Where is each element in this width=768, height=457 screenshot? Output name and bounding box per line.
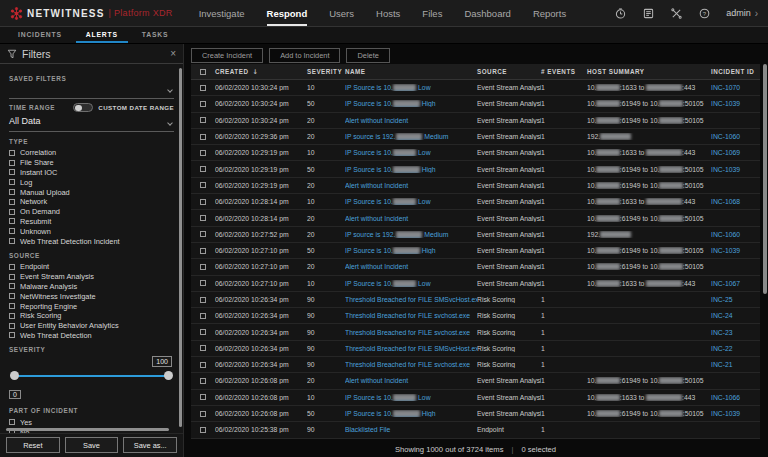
source-option-malware-analysis[interactable]: Malware Analysis — [9, 282, 174, 292]
select-all-checkbox[interactable] — [200, 69, 206, 75]
type-option-network[interactable]: Network — [9, 197, 174, 207]
type-option-file-share[interactable]: File Share — [9, 158, 174, 168]
nav-item-users[interactable]: Users — [329, 0, 354, 26]
checkbox[interactable] — [9, 323, 15, 329]
type-option-on-demand[interactable]: On Demand — [9, 207, 174, 217]
row-checkbox[interactable] — [200, 215, 206, 221]
checkbox[interactable] — [9, 238, 15, 244]
column-severity[interactable]: SEVERITY — [307, 68, 345, 75]
nav-item-files[interactable]: Files — [422, 0, 442, 26]
severity-slider-handle-min[interactable] — [10, 371, 19, 380]
incident-id-link[interactable]: INC-23 — [711, 329, 733, 336]
row-checkbox[interactable] — [200, 117, 206, 123]
table-row[interactable]: 06/02/2020 10:28:14 pm20Alert without In… — [191, 210, 760, 226]
incident-id-link[interactable]: INC-1039 — [711, 247, 740, 254]
alert-name-link[interactable]: Threshold Breached for FILE SMSvcHost.ex… — [345, 345, 477, 352]
alert-name-link[interactable]: IP Source is 10.00.00.00 High — [345, 166, 436, 173]
alert-name-link[interactable]: Alert without Incident — [345, 263, 408, 270]
nav-item-respond[interactable]: Respond — [267, 0, 308, 26]
checkbox[interactable] — [9, 264, 15, 270]
alert-name-link[interactable]: IP Source is 10.00.00.0 Low — [345, 84, 431, 91]
alert-name-link[interactable]: IP Source is 10.00.00.00 High — [345, 100, 436, 107]
row-checkbox[interactable] — [200, 231, 206, 237]
alert-name-link[interactable]: Alert without Incident — [345, 182, 408, 189]
column-name[interactable]: NAME — [345, 68, 477, 75]
alert-name-link[interactable]: Threshold Breached for FILE svchost.exe — [345, 312, 470, 319]
incident-id-link[interactable]: INC-1067 — [711, 280, 740, 287]
alert-name-link[interactable]: Alert without Incident — [345, 215, 408, 222]
incident-id-link[interactable]: INC-24 — [711, 312, 733, 319]
row-checkbox[interactable] — [200, 85, 206, 91]
table-row[interactable]: 06/02/2020 10:30:24 pm10IP Source is 10.… — [191, 80, 760, 96]
table-row[interactable]: 06/02/2020 10:30:24 pm50IP Source is 10.… — [191, 96, 760, 112]
nav-item-dashboard[interactable]: Dashboard — [464, 0, 510, 26]
alert-name-link[interactable]: IP source is 192.000.0.00 Medium — [345, 133, 448, 140]
column-source[interactable]: SOURCE — [477, 68, 541, 75]
row-checkbox[interactable] — [200, 297, 206, 303]
table-row[interactable]: 06/02/2020 10:26:34 pm90Threshold Breach… — [191, 292, 760, 308]
table-row[interactable]: 06/02/2020 10:26:08 pm10IP Source is 10.… — [191, 390, 760, 406]
type-option-resubmit[interactable]: Resubmit — [9, 217, 174, 227]
row-checkbox[interactable] — [200, 313, 206, 319]
row-checkbox[interactable] — [200, 378, 206, 384]
row-checkbox[interactable] — [200, 182, 206, 188]
row-checkbox[interactable] — [200, 345, 206, 351]
alert-name-link[interactable]: Threshold Breached for FILE svchost.exe — [345, 361, 470, 368]
alert-name-link[interactable]: IP Source is 10.00.00.0 Low — [345, 149, 431, 156]
checkbox[interactable] — [9, 228, 15, 234]
table-row[interactable]: 06/02/2020 10:27:52 pm20IP source is 192… — [191, 227, 760, 243]
type-option-web-threat-detection-incident[interactable]: Web Threat Detection Incident — [9, 236, 174, 246]
saved-filters-select[interactable] — [9, 85, 174, 99]
row-checkbox[interactable] — [200, 248, 206, 254]
alert-name-link[interactable]: IP Source is 10.00.00.00 High — [345, 410, 436, 417]
table-row[interactable]: 06/02/2020 10:25:38 pm90Blacklisted File… — [191, 422, 760, 438]
severity-min-value[interactable]: 0 — [9, 390, 21, 399]
table-row[interactable]: 06/02/2020 10:27:10 pm10IP Source is 10.… — [191, 276, 760, 292]
clock-icon[interactable] — [614, 7, 626, 19]
row-checkbox[interactable] — [200, 150, 206, 156]
row-checkbox[interactable] — [200, 411, 206, 417]
checkbox[interactable] — [9, 218, 15, 224]
incident-id-link[interactable]: INC-1060 — [711, 231, 740, 238]
jobs-icon[interactable] — [642, 7, 654, 19]
column-events[interactable]: # EVENTS — [541, 68, 587, 75]
row-checkbox[interactable] — [200, 427, 206, 433]
part-of-incident-option-yes[interactable]: Yes — [9, 417, 174, 427]
alert-name-link[interactable]: Alert without Incident — [345, 117, 408, 124]
type-option-log[interactable]: Log — [9, 177, 174, 187]
type-option-manual-upload[interactable]: Manual Upload — [9, 187, 174, 197]
incident-id-link[interactable]: INC-1039 — [711, 410, 740, 417]
type-option-unknown[interactable]: Unknown — [9, 226, 174, 236]
source-option-netwitness-investigate[interactable]: NetWitness Investigate — [9, 291, 174, 301]
delete-button[interactable]: Delete — [346, 48, 389, 63]
row-checkbox[interactable] — [200, 362, 206, 368]
incident-id-link[interactable]: INC-22 — [711, 345, 733, 352]
table-row[interactable]: 06/02/2020 10:26:34 pm90Threshold Breach… — [191, 341, 760, 357]
table-row[interactable]: 06/02/2020 10:26:08 pm20Alert without In… — [191, 373, 760, 389]
row-checkbox[interactable] — [200, 394, 206, 400]
checkbox[interactable] — [9, 293, 15, 299]
table-row[interactable]: 06/02/2020 10:26:08 pm50IP Source is 10.… — [191, 406, 760, 422]
checkbox[interactable] — [9, 169, 15, 175]
subnav-item-alerts[interactable]: ALERTS — [76, 27, 128, 43]
alert-name-link[interactable]: IP Source is 10.00.00.0 Low — [345, 198, 431, 205]
row-checkbox[interactable] — [200, 264, 206, 270]
table-row[interactable]: 06/02/2020 10:26:34 pm90Threshold Breach… — [191, 308, 760, 324]
checkbox[interactable] — [9, 179, 15, 185]
alert-name-link[interactable]: IP Source is 10.00.00.0 Low — [345, 394, 431, 401]
source-option-event-stream-analysis[interactable]: Event Stream Analysis — [9, 272, 174, 282]
checkbox[interactable] — [9, 209, 15, 215]
incident-id-link[interactable]: INC-1039 — [711, 100, 740, 107]
checkbox[interactable] — [9, 419, 15, 425]
alert-name-link[interactable]: Alert without Incident — [345, 377, 408, 384]
severity-slider-handle-max[interactable] — [164, 371, 173, 380]
create-incident-button[interactable]: Create Incident — [191, 48, 263, 63]
row-checkbox[interactable] — [200, 101, 206, 107]
type-option-correlation[interactable]: Correlation — [9, 148, 174, 158]
incident-id-link[interactable]: INC-1070 — [711, 84, 740, 91]
incident-id-link[interactable]: INC-25 — [711, 296, 733, 303]
time-range-select[interactable]: All Data — [9, 116, 174, 132]
save-button[interactable]: Save — [65, 437, 119, 453]
source-option-reporting-engine[interactable]: Reporting Engine — [9, 301, 174, 311]
table-row[interactable]: 06/02/2020 10:26:34 pm90Threshold Breach… — [191, 357, 760, 373]
